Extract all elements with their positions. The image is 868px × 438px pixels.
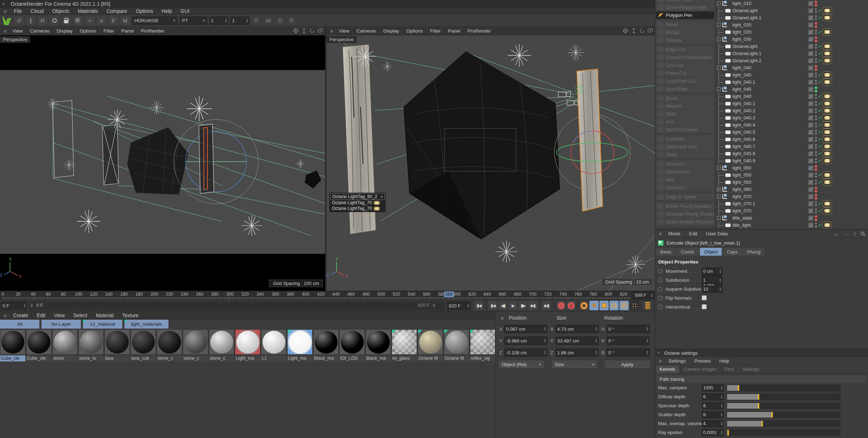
attribute-menu-hamburger-icon[interactable]: ≡ bbox=[657, 231, 664, 237]
viewport-left-canvas[interactable]: Perspective bbox=[0, 35, 325, 291]
key-scale-button[interactable] bbox=[599, 301, 609, 310]
material-thumbnail[interactable] bbox=[104, 329, 130, 355]
tool-item-edge-cut[interactable]: Edge Cut bbox=[656, 46, 714, 53]
tool-item-bridge[interactable]: Bridge bbox=[656, 29, 714, 36]
layer-box-icon[interactable] bbox=[808, 8, 813, 13]
vpr-menu-prorender[interactable]: ProRender bbox=[464, 28, 494, 34]
object-row[interactable]: -title_slate bbox=[716, 215, 868, 222]
material-thumbnail[interactable] bbox=[470, 329, 495, 355]
layer-box-icon[interactable] bbox=[808, 158, 813, 163]
enabled-check-icon[interactable]: ✓ bbox=[818, 15, 822, 20]
light-material-swatch[interactable] bbox=[823, 8, 831, 13]
tool-item-collapse[interactable]: Collapse bbox=[656, 135, 714, 143]
vpl-menu-options[interactable]: Options bbox=[76, 28, 100, 34]
tool-item-close-polygon-hole[interactable]: Close Polygon Hole bbox=[656, 4, 714, 11]
light-material-swatch[interactable] bbox=[823, 72, 831, 78]
tool-item-select-broken-phong-edges[interactable]: Select Broken Phong Edges bbox=[656, 218, 714, 226]
light-material-swatch[interactable] bbox=[823, 158, 831, 163]
viewport-right[interactable]: ≡ ViewCamerasDisplayOptionsFilterPanelPr… bbox=[327, 27, 655, 291]
enabled-check-icon[interactable]: ✓ bbox=[818, 94, 822, 99]
current-frame-field[interactable]: 589 F▴▾ bbox=[633, 291, 654, 299]
enabled-check-icon[interactable]: ✓ bbox=[818, 72, 822, 78]
attribute-menu-edit[interactable]: Edit bbox=[685, 231, 702, 236]
vpr-menu-cameras[interactable]: Cameras bbox=[353, 28, 380, 34]
light-material-swatch[interactable] bbox=[823, 222, 831, 228]
enabled-check-icon[interactable]: ✓ bbox=[818, 137, 822, 142]
toggle-view-icon[interactable] bbox=[318, 28, 324, 34]
attribute-menu-user-data[interactable]: User Data bbox=[702, 231, 732, 236]
tool-item-set-point-value[interactable]: Set Point Value bbox=[656, 126, 714, 133]
prev-key-button[interactable]: ▮◀ bbox=[488, 301, 497, 310]
tool-item-loop-path-cut[interactable]: Loop/Path Cut bbox=[656, 77, 714, 85]
sphere-icon[interactable] bbox=[73, 16, 83, 25]
enabled-check-icon[interactable]: ✓ bbox=[818, 108, 822, 113]
param-field[interactable]: 6.▴▾ bbox=[702, 393, 724, 400]
octane-tab-settings[interactable]: Settings bbox=[739, 365, 763, 373]
search-icon[interactable] bbox=[860, 231, 865, 236]
orbit-icon[interactable] bbox=[639, 28, 645, 34]
visibility-dot[interactable] bbox=[815, 130, 817, 132]
vpl-menu-prorender[interactable]: ProRender bbox=[137, 28, 168, 34]
lock-icon[interactable] bbox=[61, 16, 71, 25]
viewport-right-canvas[interactable]: Perspective bbox=[327, 35, 655, 291]
menu-cloud[interactable]: Cloud bbox=[26, 8, 48, 14]
param-checkbox[interactable] bbox=[702, 295, 707, 300]
visibility-dot[interactable] bbox=[815, 8, 817, 10]
param-radio-icon[interactable] bbox=[658, 296, 663, 300]
orbit-icon[interactable] bbox=[309, 28, 315, 34]
layer-box-icon[interactable] bbox=[808, 123, 813, 128]
layer-box-icon[interactable] bbox=[808, 44, 813, 49]
visibility-dot[interactable] bbox=[815, 44, 817, 46]
param-field[interactable]: 0.0001▴▾ bbox=[702, 429, 724, 436]
layer-box-icon[interactable] bbox=[808, 130, 813, 135]
enabled-check-icon[interactable]: ✓ bbox=[818, 151, 822, 156]
layer-box-icon[interactable] bbox=[808, 73, 813, 78]
param-slider[interactable] bbox=[727, 385, 840, 391]
apply-button[interactable]: Apply bbox=[604, 360, 650, 369]
render-dot[interactable] bbox=[815, 111, 817, 113]
menu-compare[interactable]: Compare bbox=[102, 8, 132, 14]
render-dot[interactable] bbox=[815, 18, 817, 20]
material-menu-edit[interactable]: Edit bbox=[33, 312, 50, 318]
param-radio-icon[interactable] bbox=[658, 278, 663, 282]
render-dot[interactable] bbox=[815, 190, 817, 192]
layer-box-icon[interactable] bbox=[808, 80, 813, 85]
object-row[interactable]: light_070.1✓ bbox=[716, 200, 868, 207]
next-frame-button[interactable]: ▮▶ bbox=[518, 301, 528, 310]
tool-item-connect-points-edges[interactable]: Connect Points/Edges bbox=[656, 54, 714, 61]
param-field[interactable]: 6.▴▾ bbox=[702, 402, 724, 409]
enabled-check-icon[interactable]: ✓ bbox=[818, 208, 822, 213]
menu-hamburger-icon[interactable]: ≡ bbox=[1, 8, 9, 14]
layer-box-icon[interactable] bbox=[808, 15, 813, 20]
history-back-icon[interactable]: ← bbox=[834, 231, 840, 237]
expander-icon[interactable]: - bbox=[717, 37, 721, 41]
object-row[interactable]: light_040.5✓ bbox=[716, 129, 868, 136]
object-row[interactable]: light_040.8✓ bbox=[716, 150, 868, 157]
vpl-menu-filter[interactable]: Filter bbox=[100, 28, 118, 34]
layer-box-icon[interactable] bbox=[808, 108, 813, 113]
enabled-check-icon[interactable]: ✓ bbox=[818, 44, 822, 49]
render-dot[interactable] bbox=[815, 61, 817, 63]
material-item[interactable]: L1 bbox=[261, 329, 286, 362]
visibility-dot[interactable] bbox=[815, 108, 817, 110]
render-dot[interactable] bbox=[815, 211, 817, 213]
next-key-button[interactable]: ▶▮ bbox=[528, 301, 538, 310]
vpr-menu-options[interactable]: Options bbox=[403, 28, 427, 34]
attribute-tab-basic[interactable]: Basic bbox=[656, 248, 676, 256]
param-slider[interactable] bbox=[727, 420, 840, 427]
enabled-check-icon[interactable]: ✓ bbox=[818, 79, 822, 85]
menu-objects[interactable]: Objects bbox=[48, 8, 73, 14]
enabled-check-icon[interactable]: ✓ bbox=[818, 158, 822, 163]
render-dot[interactable] bbox=[815, 104, 817, 106]
layer-box-icon[interactable] bbox=[808, 166, 813, 171]
light-material-swatch[interactable] bbox=[823, 137, 831, 142]
material-item[interactable]: stone_lo bbox=[78, 329, 104, 362]
param-radio-icon[interactable] bbox=[658, 287, 663, 291]
visibility-dot[interactable] bbox=[815, 1, 817, 3]
light-material-swatch[interactable] bbox=[823, 108, 831, 113]
material-thumbnail[interactable] bbox=[52, 329, 78, 355]
param-field[interactable]: 8.▴▾ bbox=[702, 411, 724, 418]
render-dot[interactable] bbox=[815, 83, 817, 84]
visibility-dot[interactable] bbox=[815, 208, 817, 210]
render-dot[interactable] bbox=[815, 11, 817, 13]
